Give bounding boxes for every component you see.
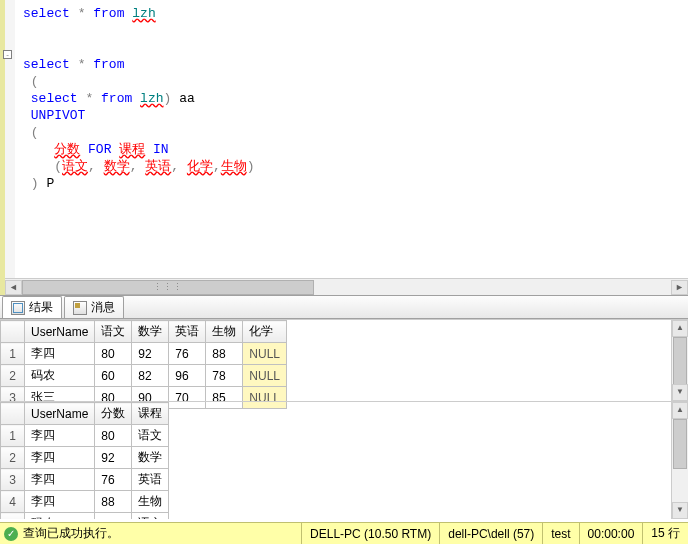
table-row: 2李四92数学 [1,447,169,469]
col-header[interactable]: UserName [25,321,95,343]
col-header[interactable]: 课程 [132,403,169,425]
result-grid-1[interactable]: UserName 语文 数学 英语 生物 化学 1李四80927688NULL … [0,320,287,409]
col-header[interactable]: UserName [25,403,95,425]
tab-results-label: 结果 [29,299,53,316]
table-row: 5码农60语文 [1,513,169,520]
status-message: 查询已成功执行。 [23,525,119,542]
scroll-left-arrow[interactable]: ◄ [5,280,22,295]
scroll-down-arrow[interactable]: ▼ [672,384,688,401]
collapse-toggle[interactable]: - [3,50,12,59]
status-time: 00:00:00 [579,523,643,544]
status-database: test [542,523,578,544]
scroll-thumb[interactable] [673,419,687,469]
scroll-track[interactable]: ⋮⋮⋮ [22,280,671,295]
result-grid-1-wrap: UserName 语文 数学 英语 生物 化学 1李四80927688NULL … [0,319,688,401]
col-header[interactable]: 化学 [243,321,287,343]
table-row: 1李四80语文 [1,425,169,447]
results-tabstrip: 结果 消息 [0,295,688,319]
messages-icon [73,301,87,315]
grid2-vscrollbar[interactable]: ▲ ▼ [671,402,688,519]
status-rows: 15 行 [642,523,688,544]
results-area: UserName 语文 数学 英语 生物 化学 1李四80927688NULL … [0,319,688,519]
status-server: DELL-PC (10.50 RTM) [301,523,439,544]
scroll-up-arrow[interactable]: ▲ [672,320,688,337]
table-row: 4李四88生物 [1,491,169,513]
tab-messages-label: 消息 [91,299,115,316]
grid-corner[interactable] [1,403,25,425]
col-header[interactable]: 英语 [169,321,206,343]
sql-editor-pane[interactable]: - select * from lzh select * from ( sele… [0,0,688,295]
table-row: 2码农60829678NULL [1,365,287,387]
col-header[interactable]: 数学 [132,321,169,343]
editor-gutter [5,0,15,295]
grid1-vscrollbar[interactable]: ▲ ▼ [671,320,688,401]
scroll-right-arrow[interactable]: ► [671,280,688,295]
scroll-thumb[interactable]: ⋮⋮⋮ [22,280,314,295]
result-grid-2-wrap: UserName 分数 课程 1李四80语文 2李四92数学 3李四76英语 4… [0,401,688,519]
result-grid-2[interactable]: UserName 分数 课程 1李四80语文 2李四92数学 3李四76英语 4… [0,402,169,519]
status-user: dell-PC\dell (57) [439,523,542,544]
tab-messages[interactable]: 消息 [64,296,124,318]
table-row: 3李四76英语 [1,469,169,491]
col-header[interactable]: 生物 [206,321,243,343]
sql-code[interactable]: select * from lzh select * from ( select… [5,0,688,192]
scroll-up-arrow[interactable]: ▲ [672,402,688,419]
status-bar: ✓ 查询已成功执行。 DELL-PC (10.50 RTM) dell-PC\d… [0,522,688,544]
scroll-thumb[interactable] [673,337,687,387]
col-header[interactable]: 分数 [95,403,132,425]
editor-hscrollbar[interactable]: ◄ ⋮⋮⋮ ► [5,278,688,295]
col-header[interactable]: 语文 [95,321,132,343]
grid-icon [11,301,25,315]
tab-results[interactable]: 结果 [2,296,62,318]
success-icon: ✓ [4,527,18,541]
grid-corner[interactable] [1,321,25,343]
table-row: 1李四80927688NULL [1,343,287,365]
scroll-down-arrow[interactable]: ▼ [672,502,688,519]
